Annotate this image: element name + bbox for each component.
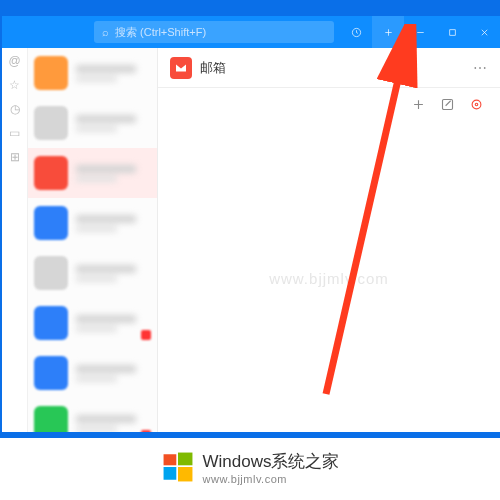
watermark-text: www.bjjmlv.com bbox=[269, 270, 389, 287]
content-body: www.bjjmlv.com bbox=[158, 124, 500, 432]
history-button[interactable] bbox=[340, 16, 372, 48]
sidebar-item[interactable] bbox=[28, 48, 157, 98]
sidebar-item[interactable] bbox=[28, 348, 157, 398]
search-icon: ⌕ bbox=[102, 26, 109, 38]
svg-rect-8 bbox=[178, 453, 192, 466]
box-icon[interactable]: ⊞ bbox=[10, 150, 20, 164]
new-tab-button[interactable] bbox=[372, 16, 404, 48]
app-window: ⌕ 搜索 (Ctrl+Shift+F) @ ☆ ◷ ▭ ⊞ bbox=[2, 16, 500, 432]
sub-toolbar bbox=[158, 88, 500, 124]
sidebar-item[interactable] bbox=[28, 248, 157, 298]
add-button[interactable] bbox=[411, 97, 426, 116]
sidebar bbox=[28, 48, 158, 432]
settings-button[interactable] bbox=[469, 97, 484, 116]
compose-button[interactable] bbox=[440, 97, 455, 116]
mailbox-title: 邮箱 bbox=[200, 59, 226, 77]
svg-rect-7 bbox=[163, 454, 176, 465]
search-placeholder: 搜索 (Ctrl+Shift+F) bbox=[115, 25, 206, 40]
star-icon[interactable]: ☆ bbox=[9, 78, 20, 92]
more-menu-button[interactable]: ⋯ bbox=[473, 60, 488, 76]
search-input[interactable]: ⌕ 搜索 (Ctrl+Shift+F) bbox=[94, 21, 334, 43]
sidebar-item[interactable] bbox=[28, 198, 157, 248]
content-pane: 邮箱 ⋯ www.bjjmlv.com bbox=[158, 48, 500, 432]
main-area: @ ☆ ◷ ▭ ⊞ 邮箱 ⋯ bbox=[2, 48, 500, 432]
windows-logo-icon bbox=[161, 450, 195, 488]
sidebar-item[interactable] bbox=[28, 298, 157, 348]
sidebar-item[interactable] bbox=[28, 148, 157, 198]
iconbar: @ ☆ ◷ ▭ ⊞ bbox=[2, 48, 28, 432]
titlebar: ⌕ 搜索 (Ctrl+Shift+F) bbox=[2, 16, 500, 48]
mail-icon bbox=[170, 57, 192, 79]
sidebar-item[interactable] bbox=[28, 98, 157, 148]
footer-brand: Windows系统之家 bbox=[203, 452, 340, 472]
svg-point-3 bbox=[472, 100, 481, 109]
maximize-button[interactable] bbox=[436, 16, 468, 48]
sidebar-item[interactable] bbox=[28, 398, 157, 432]
content-header: 邮箱 ⋯ bbox=[158, 48, 500, 88]
at-icon[interactable]: @ bbox=[8, 54, 20, 68]
footer-branding: Windows系统之家 www.bjjmlv.com bbox=[0, 438, 500, 500]
svg-rect-1 bbox=[449, 29, 455, 35]
folder-icon[interactable]: ▭ bbox=[9, 126, 20, 140]
clock-icon[interactable]: ◷ bbox=[10, 102, 20, 116]
svg-rect-10 bbox=[178, 467, 192, 481]
footer-url: www.bjjmlv.com bbox=[203, 473, 340, 486]
svg-point-4 bbox=[475, 103, 478, 106]
minimize-button[interactable] bbox=[404, 16, 436, 48]
svg-rect-9 bbox=[163, 467, 176, 480]
close-button[interactable] bbox=[468, 16, 500, 48]
